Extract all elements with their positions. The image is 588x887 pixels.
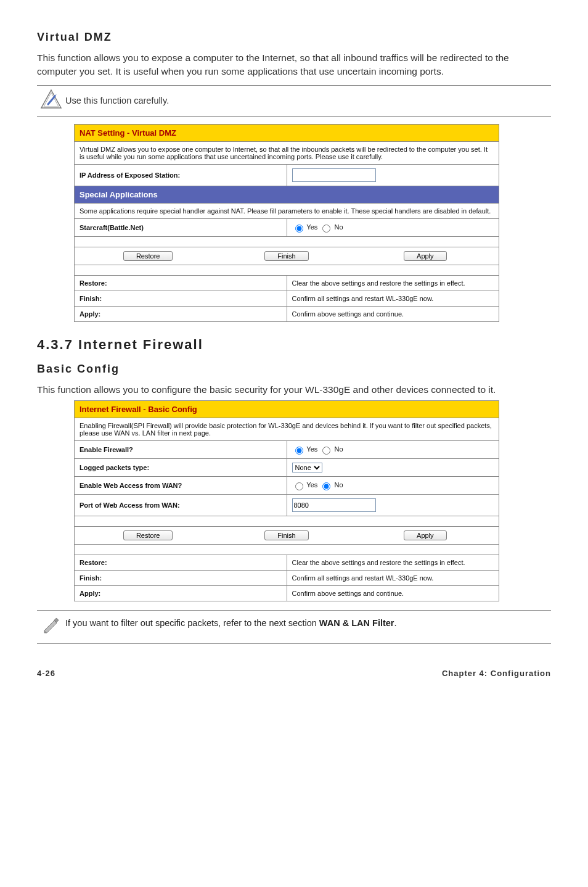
enable-fw-no-radio[interactable] (322, 447, 330, 455)
def-finish-label-fw: Finish: (75, 571, 287, 586)
panel-title-fw: Internet Firewall - Basic Config (75, 401, 499, 418)
cell-web-wan: Yes No (287, 477, 499, 495)
label-enable-fw: Enable Firewall? (75, 441, 287, 459)
separator (75, 265, 499, 275)
def-finish-text: Confirm all settings and restart WL-330g… (287, 291, 499, 306)
buttons-row-dmz: Restore Finish Apply (75, 247, 499, 265)
footer-page-number: 4-26 (37, 669, 55, 678)
enable-fw-yes-label: Yes (306, 445, 317, 453)
fw-description: Enabling Firewall(SPI Firewall) will pro… (75, 418, 499, 441)
label-starcraft: Starcraft(Battle.Net) (75, 218, 287, 236)
def-restore-text: Clear the above settings and restore the… (287, 275, 499, 291)
cell-enable-fw: Yes No (287, 441, 499, 459)
para-dmz: This function allows you to expose a com… (37, 51, 551, 79)
separator (75, 545, 499, 555)
separator (75, 236, 499, 247)
def-apply-text: Confirm above settings and continue. (287, 306, 499, 321)
port-wan-input[interactable] (292, 498, 376, 512)
section-special-apps: Special Applications (75, 186, 499, 203)
starcraft-no-radio[interactable] (322, 225, 330, 233)
cell-port-wan (287, 495, 499, 516)
heading-437-firewall: 4.3.7 Internet Firewall (37, 337, 551, 353)
def-apply-label-fw: Apply: (75, 586, 287, 601)
web-wan-yes-radio[interactable] (295, 482, 303, 490)
enable-fw-yes-radio[interactable] (295, 447, 303, 455)
cell-logged-packets: None (287, 459, 499, 477)
def-finish-text-fw: Confirm all settings and restart WL-330g… (287, 571, 499, 586)
apply-button[interactable]: Apply (404, 530, 447, 540)
web-wan-no-radio[interactable] (322, 482, 330, 490)
heading-virtual-dmz: Virtual DMZ (37, 31, 551, 44)
enable-fw-no-label: No (334, 445, 343, 453)
restore-button[interactable]: Restore (123, 530, 173, 540)
def-finish-label: Finish: (75, 291, 287, 306)
panel-nat-dmz: NAT Setting - Virtual DMZ Virtual DMZ al… (74, 124, 551, 322)
ip-exposed-input[interactable] (292, 168, 376, 182)
svg-line-2 (48, 96, 55, 104)
def-apply-text-fw: Confirm above settings and continue. (287, 586, 499, 601)
buttons-row-fw: Restore Finish Apply (75, 527, 499, 545)
finish-button[interactable]: Finish (264, 251, 308, 261)
def-restore-text-fw: Clear the above settings and restore the… (287, 555, 499, 571)
note-suffix: . (394, 618, 396, 628)
page-footer: 4-26 Chapter 4: Configuration (37, 669, 551, 678)
dmz-description: Virtual DMZ allows you to expose one com… (75, 141, 499, 164)
starcraft-yes-radio[interactable] (295, 225, 303, 233)
label-logged-packets: Logged packets type: (75, 459, 287, 477)
footer-chapter: Chapter 4: Configuration (442, 669, 551, 678)
label-web-wan: Enable Web Access from WAN? (75, 477, 287, 495)
special-desc: Some applications require special handle… (75, 203, 499, 218)
pencil-icon (37, 616, 65, 638)
label-ip-exposed: IP Address of Exposed Station: (75, 164, 287, 186)
finish-button[interactable]: Finish (264, 530, 308, 540)
def-apply-label: Apply: (75, 306, 287, 321)
starcraft-no-label: No (334, 223, 343, 231)
apply-button[interactable]: Apply (404, 251, 447, 261)
caution-text: Use this function carefully. (65, 96, 169, 105)
caution-icon (37, 88, 65, 113)
restore-button[interactable]: Restore (123, 251, 173, 261)
logged-packets-select[interactable]: None (292, 463, 322, 472)
panel-title-dmz: NAT Setting - Virtual DMZ (75, 124, 499, 141)
separator (75, 516, 499, 527)
cell-starcraft-radio: Yes No (287, 218, 499, 236)
note-callout: If you want to filter out specific packe… (37, 610, 551, 644)
web-wan-yes-label: Yes (306, 481, 317, 489)
note-bold: WAN & LAN Filter (319, 618, 394, 628)
cell-ip-exposed (287, 164, 499, 186)
para-fw: This function allows you to configure th… (37, 383, 551, 397)
def-restore-label: Restore: (75, 275, 287, 291)
note-prefix: If you want to filter out specific packe… (65, 618, 319, 628)
caution-callout: Use this function carefully. (37, 85, 551, 117)
starcraft-yes-label: Yes (306, 223, 317, 231)
heading-basic-config: Basic Config (37, 363, 551, 376)
def-restore-label-fw: Restore: (75, 555, 287, 571)
label-port-wan: Port of Web Access from WAN: (75, 495, 287, 516)
panel-firewall: Internet Firewall - Basic Config Enablin… (74, 400, 551, 601)
note-text: If you want to filter out specific packe… (65, 616, 397, 630)
web-wan-no-label: No (334, 481, 343, 489)
